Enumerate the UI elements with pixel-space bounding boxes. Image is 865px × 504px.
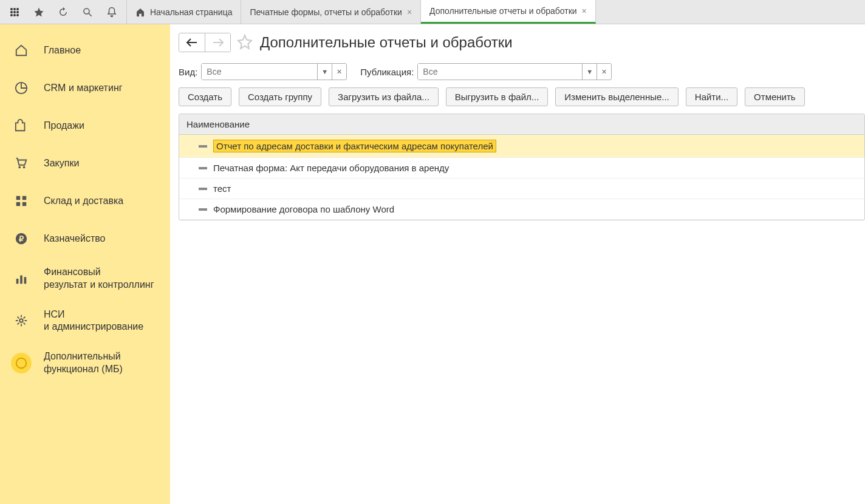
sidebar-item-label: Главное [44, 44, 159, 57]
sidebar-item-1[interactable]: CRM и маркетинг [0, 69, 170, 107]
list-row[interactable]: Формирование договора по шаблону Word [179, 199, 864, 220]
pub-filter-label: Публикация: [360, 67, 414, 77]
ruble-icon: ₽ [11, 228, 32, 249]
bag-icon [11, 115, 32, 136]
pub-filter-combo: ▼ ✕ [417, 63, 612, 80]
pub-dropdown-icon[interactable]: ▼ [582, 64, 597, 80]
svg-rect-14 [22, 202, 26, 206]
list-row[interactable]: Отчет по адресам доставки и фактическим … [179, 135, 864, 158]
list-row[interactable]: тест [179, 179, 864, 199]
edit-selected-button[interactable]: Изменить выделенные... [555, 87, 678, 106]
find-button[interactable]: Найти... [686, 87, 737, 106]
item-icon [199, 145, 207, 148]
kind-dropdown-icon[interactable]: ▼ [317, 64, 332, 80]
sidebar-item-3[interactable]: Закупки [0, 145, 170, 182]
kind-filter-label: Вид: [179, 67, 197, 77]
favorite-star-icon[interactable] [237, 34, 254, 51]
content-area: Дополнительные отчеты и обработки Вид: ▼… [170, 24, 865, 504]
star-icon[interactable] [28, 1, 50, 23]
close-icon[interactable]: × [407, 7, 412, 17]
cart-icon [11, 153, 32, 174]
action-bar: Создать Создать группу Загрузить из файл… [179, 87, 865, 106]
sidebar-item-label: Финансовыйрезультат и контроллинг [44, 266, 159, 291]
svg-point-0 [10, 8, 13, 10]
pub-clear-icon[interactable]: ✕ [597, 64, 611, 80]
tab-bar: Начальная страницаПечатные формы, отчеты… [127, 0, 596, 24]
main-layout: ГлавноеCRM и маркетингПродажиЗакупкиСкла… [0, 24, 865, 504]
sidebar-item-label: Дополнительныйфункционал (МБ) [44, 350, 159, 376]
sidebar-item-label: Закупки [44, 157, 159, 170]
home-icon [135, 7, 145, 17]
tab-1[interactable]: Печатные формы, отчеты и обработки× [241, 0, 421, 24]
circle-icon [11, 353, 32, 373]
svg-point-20 [19, 319, 23, 323]
svg-point-8 [16, 14, 19, 16]
svg-rect-19 [24, 277, 27, 284]
sidebar-item-0[interactable]: Главное [0, 32, 170, 69]
sidebar-item-label: CRM и маркетинг [44, 82, 159, 95]
sidebar-item-4[interactable]: Склад и доставка [0, 182, 170, 220]
sidebar-item-8[interactable]: Дополнительныйфункционал (МБ) [0, 342, 170, 384]
list-container: Наименование Отчет по адресам доставки и… [179, 114, 865, 220]
sidebar-item-5[interactable]: ₽Казначейство [0, 220, 170, 257]
sidebar-item-6[interactable]: Финансовыйрезультат и контроллинг [0, 257, 170, 300]
toolbar-icon-group [0, 0, 127, 24]
svg-point-9 [84, 9, 89, 14]
grid-icon [11, 191, 32, 211]
list-body: Отчет по адресам доставки и фактическим … [179, 135, 864, 220]
pub-filter-input[interactable] [418, 64, 582, 80]
kind-filter-input[interactable] [202, 64, 317, 80]
item-icon [199, 167, 207, 169]
close-icon[interactable]: × [582, 6, 587, 16]
svg-point-21 [16, 358, 27, 369]
kind-clear-icon[interactable]: ✕ [332, 64, 346, 80]
chart-icon [11, 268, 32, 289]
svg-point-5 [16, 11, 19, 13]
list-column-header[interactable]: Наименование [179, 114, 864, 135]
svg-rect-18 [20, 275, 22, 284]
cancel-button[interactable]: Отменить [745, 87, 805, 106]
svg-point-7 [13, 14, 16, 16]
svg-point-2 [16, 8, 19, 10]
create-button[interactable]: Создать [179, 87, 231, 106]
sidebar-item-label: Продажи [44, 120, 159, 132]
tab-0[interactable]: Начальная страница [127, 0, 241, 24]
item-icon [199, 208, 207, 211]
tab-2[interactable]: Дополнительные отчеты и обработки× [421, 0, 596, 24]
forward-button[interactable] [205, 33, 230, 52]
nav-history-buttons [179, 33, 231, 52]
apps-icon[interactable] [4, 1, 26, 23]
page-title: Дополнительные отчеты и обработки [260, 34, 513, 51]
home-icon [11, 40, 32, 61]
tab-label: Дополнительные отчеты и обработки [429, 6, 577, 16]
sidebar-item-7[interactable]: НСИи администрирование [0, 300, 170, 342]
svg-point-6 [10, 14, 13, 16]
create-group-button[interactable]: Создать группу [239, 87, 321, 106]
sidebar-item-label: НСИи администрирование [44, 308, 159, 334]
save-file-button[interactable]: Выгрузить в файл... [446, 87, 549, 106]
sidebar-item-label: Склад и доставка [44, 195, 159, 208]
sidebar-item-label: Казначейство [44, 233, 159, 245]
history-icon[interactable] [52, 1, 74, 23]
item-icon [199, 188, 207, 190]
svg-rect-11 [16, 196, 20, 200]
bell-icon[interactable] [101, 1, 123, 23]
back-button[interactable] [179, 33, 205, 52]
sidebar: ГлавноеCRM и маркетингПродажиЗакупкиСкла… [0, 24, 170, 504]
list-row[interactable]: Печатная форма: Акт передачи оборудовани… [179, 158, 864, 179]
svg-rect-12 [22, 196, 26, 200]
content-header: Дополнительные отчеты и обработки [179, 33, 865, 52]
pie-icon [11, 78, 32, 98]
row-text: тест [213, 183, 231, 194]
tab-label: Печатные формы, отчеты и обработки [250, 7, 402, 17]
svg-point-3 [10, 11, 13, 13]
sidebar-item-2[interactable]: Продажи [0, 107, 170, 145]
load-file-button[interactable]: Загрузить из файла... [329, 87, 439, 106]
row-text: Отчет по адресам доставки и фактическим … [213, 140, 496, 152]
row-text: Формирование договора по шаблону Word [213, 204, 394, 214]
top-toolbar: Начальная страницаПечатные формы, отчеты… [0, 0, 865, 24]
svg-point-4 [13, 11, 16, 13]
filter-bar: Вид: ▼ ✕ Публикация: ▼ ✕ [179, 63, 865, 80]
search-icon[interactable] [77, 1, 98, 23]
row-text: Печатная форма: Акт передачи оборудовани… [213, 163, 449, 173]
